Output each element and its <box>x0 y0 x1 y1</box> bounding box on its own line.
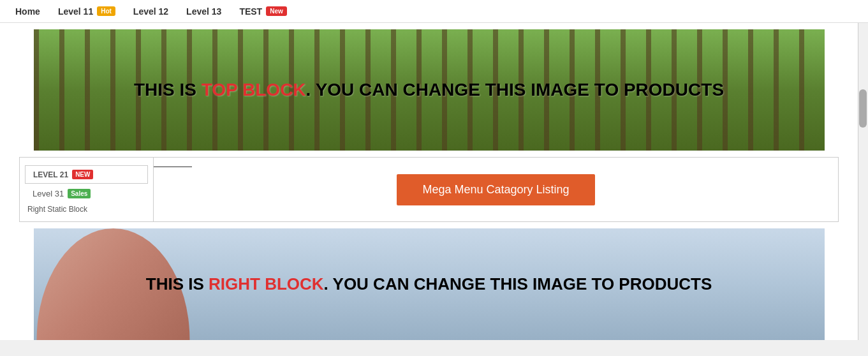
nav-level12-label: Level 12 <box>133 6 168 17</box>
inner-content: THIS IS TOP BLOCK. YOU CAN CHANGE THIS I… <box>0 23 858 340</box>
navbar: Home Level 11 Hot Level 12 Level 13 TEST… <box>0 0 868 23</box>
badge-new-nav: New <box>266 6 287 16</box>
mega-menu-left: LEVEL 21 NEW Level 31 Sales Right Static… <box>20 158 154 221</box>
bottom-banner-wrap: THIS IS RIGHT BLOCK. YOU CAN CHANGE THIS… <box>0 222 858 340</box>
top-banner-text-part2: . YOU CAN CHANGE THIS IMAGE TO PRODUCTS <box>306 80 724 100</box>
bottom-banner-highlight: RIGHT BLOCK <box>209 274 324 293</box>
mega-menu-right: Mega Menu Catagory Listing <box>154 158 838 221</box>
scrollbar-track[interactable] <box>858 0 868 340</box>
bottom-banner-text-part2: . YOU CAN CHANGE THIS IMAGE TO PRODUCTS <box>324 274 712 293</box>
mega-menu-item-level31[interactable]: Level 31 Sales <box>25 186 148 201</box>
mega-menu-category-btn[interactable]: Mega Menu Catagory Listing <box>397 174 594 205</box>
mega-menu-item-level31-label: Level 31 <box>33 189 64 198</box>
nav-home[interactable]: Home <box>13 3 43 20</box>
top-banner-text: THIS IS TOP BLOCK. YOU CAN CHANGE THIS I… <box>134 80 724 100</box>
nav-home-label: Home <box>15 6 40 17</box>
bottom-banner-text: THIS IS RIGHT BLOCK. YOU CAN CHANGE THIS… <box>146 274 712 294</box>
nav-test[interactable]: TEST New <box>237 3 289 20</box>
top-banner-highlight: TOP BLOCK <box>202 80 306 100</box>
mega-menu-item-level21-label: LEVEL 21 <box>33 170 68 179</box>
badge-new-level21: NEW <box>72 170 93 179</box>
nav-level13[interactable]: Level 13 <box>184 3 224 20</box>
bottom-banner-text-part1: THIS IS <box>146 274 209 293</box>
right-static-block-label: Right Static Block <box>20 202 153 216</box>
scrollbar-thumb[interactable] <box>859 89 867 128</box>
nav-level13-label: Level 13 <box>186 6 221 17</box>
nav-level11-label: Level 11 <box>58 6 93 17</box>
content-block: THIS IS TOP BLOCK. YOU CAN CHANGE THIS I… <box>0 23 858 340</box>
page-wrapper: Home Level 11 Hot Level 12 Level 13 TEST… <box>0 0 868 340</box>
nav-level12[interactable]: Level 12 <box>131 3 171 20</box>
badge-hot: Hot <box>97 6 115 16</box>
badge-sales-level31: Sales <box>68 189 91 198</box>
top-banner-text-part1: THIS IS <box>134 80 202 100</box>
main-window: Home Level 11 Hot Level 12 Level 13 TEST… <box>0 0 868 340</box>
mega-menu-dropdown: LEVEL 21 NEW Level 31 Sales Right Static… <box>0 157 858 222</box>
top-banner-wrap: THIS IS TOP BLOCK. YOU CAN CHANGE THIS I… <box>0 23 858 151</box>
mega-menu-item-level21[interactable]: LEVEL 21 NEW <box>25 165 148 184</box>
top-banner: THIS IS TOP BLOCK. YOU CAN CHANGE THIS I… <box>34 29 825 151</box>
bottom-banner: THIS IS RIGHT BLOCK. YOU CAN CHANGE THIS… <box>34 228 825 340</box>
nav-test-label: TEST <box>239 6 262 17</box>
nav-level11[interactable]: Level 11 Hot <box>55 3 118 20</box>
